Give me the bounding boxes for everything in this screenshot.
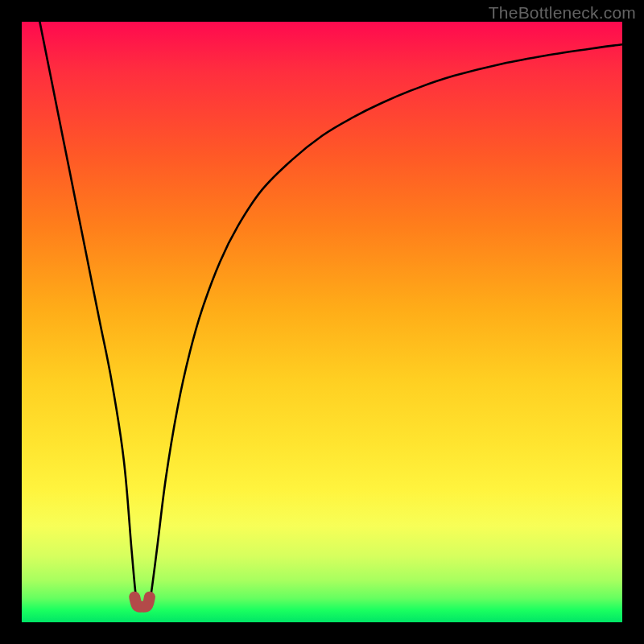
chart-svg [22, 22, 622, 622]
main-curve-path [39, 22, 622, 607]
bottom-marker-path [134, 597, 150, 607]
watermark-text: TheBottleneck.com [489, 3, 636, 23]
